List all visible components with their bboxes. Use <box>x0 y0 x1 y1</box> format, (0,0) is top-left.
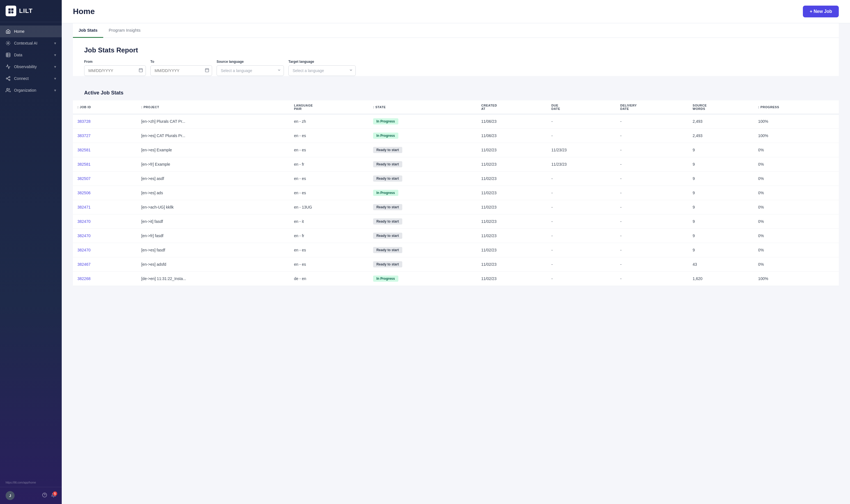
cell-job-id: 382470 <box>73 229 137 243</box>
cell-due-date: - <box>547 129 616 143</box>
cell-due-date: - <box>547 172 616 186</box>
cell-progress: 0% <box>754 143 839 157</box>
table-row: 382507 [en->es] asdf en - es Ready to st… <box>73 172 839 186</box>
job-id-link[interactable]: 382470 <box>77 248 91 252</box>
col-language-pair[interactable]: LANGUAGEPAIR <box>290 100 369 114</box>
cell-source-words: 9 <box>688 172 754 186</box>
job-id-link[interactable]: 383727 <box>77 133 91 138</box>
cell-lang-pair: en - fr <box>290 229 369 243</box>
cell-state: Ready to start <box>369 157 477 172</box>
cell-progress: 100% <box>754 272 839 286</box>
svg-rect-5 <box>6 53 10 57</box>
svg-line-10 <box>7 77 9 78</box>
cell-delivery-date: - <box>616 272 688 286</box>
job-id-link[interactable]: 382268 <box>77 276 91 281</box>
active-stats-title: Active Job Stats <box>73 84 839 100</box>
cell-lang-pair: en - es <box>290 143 369 157</box>
job-id-link[interactable]: 382467 <box>77 262 91 267</box>
to-date-input[interactable] <box>150 65 212 76</box>
job-id-link[interactable]: 382470 <box>77 219 91 224</box>
to-input-wrap <box>150 65 212 76</box>
help-icon-wrap[interactable] <box>42 492 47 499</box>
cell-state: Ready to start <box>369 229 477 243</box>
sidebar-item-home[interactable]: Home <box>0 25 62 37</box>
new-job-button[interactable]: + New Job <box>803 6 839 17</box>
state-badge: In Progress <box>373 118 398 124</box>
state-badge: In Progress <box>373 132 398 139</box>
cell-delivery-date: - <box>616 114 688 129</box>
sidebar-item-data[interactable]: Data ▾ <box>0 49 62 61</box>
cell-created-at: 11/02/23 <box>476 172 547 186</box>
cell-delivery-date: - <box>616 243 688 257</box>
logo-text: LILT <box>19 7 33 15</box>
source-language-select[interactable]: Select a language <box>216 65 284 76</box>
table-row: 382581 [en->fr] Example en - fr Ready to… <box>73 157 839 172</box>
job-id-link[interactable]: 382470 <box>77 234 91 238</box>
chevron-down-icon: ▾ <box>54 41 56 46</box>
job-id-link[interactable]: 382507 <box>77 176 91 181</box>
from-filter: From <box>84 60 146 76</box>
cell-source-words: 2,493 <box>688 129 754 143</box>
state-badge: Ready to start <box>373 204 402 210</box>
from-label: From <box>84 60 146 64</box>
col-job-id[interactable]: : JOB ID <box>73 100 137 114</box>
target-language-input-wrap: Select a language <box>289 65 356 76</box>
job-id-link[interactable]: 382581 <box>77 148 91 152</box>
sidebar-item-data-label: Data <box>14 53 22 57</box>
table-row: 383728 [en->zh] Plurals CAT Pr... en - z… <box>73 114 839 129</box>
cell-lang-pair: en - es <box>290 129 369 143</box>
sidebar-bottom: J 5 <box>0 487 62 504</box>
notifications-icon-wrap[interactable]: 5 <box>51 492 56 499</box>
sidebar-nav: Home Contextual AI ▾ Data ▾ Observabilit… <box>0 22 62 480</box>
cell-due-date: - <box>547 272 616 286</box>
sidebar-item-organization[interactable]: Organization ▾ <box>0 84 62 96</box>
cell-state: Ready to start <box>369 243 477 257</box>
sidebar-item-observability[interactable]: Observability ▾ <box>0 61 62 73</box>
sidebar-item-connect[interactable]: Connect ▾ <box>0 73 62 84</box>
sidebar-item-contextual-ai[interactable]: Contextual AI ▾ <box>0 37 62 49</box>
job-id-link[interactable]: 382581 <box>77 162 91 166</box>
svg-point-4 <box>7 42 9 44</box>
cell-delivery-date: - <box>616 200 688 214</box>
cell-job-id: 382471 <box>73 200 137 214</box>
from-date-input[interactable] <box>84 65 146 76</box>
cell-project: [en->es] Example <box>137 143 289 157</box>
sidebar-item-organization-label: Organization <box>14 88 36 92</box>
cell-lang-pair: en - es <box>290 257 369 272</box>
tab-job-stats[interactable]: Job Stats <box>73 23 103 38</box>
page-title: Home <box>73 7 95 16</box>
job-id-link[interactable]: 382471 <box>77 205 91 210</box>
cell-project: [en->ach-UG] kkllk <box>137 200 289 214</box>
svg-point-6 <box>9 76 10 78</box>
cell-progress: 0% <box>754 172 839 186</box>
col-progress[interactable]: : PROGRESS <box>754 100 839 114</box>
cell-project: [en->es] asdf <box>137 172 289 186</box>
col-created-at[interactable]: CREATEDAT <box>476 100 547 114</box>
job-id-link[interactable]: 382506 <box>77 191 91 195</box>
cell-delivery-date: - <box>616 186 688 200</box>
col-delivery-date[interactable]: DELIVERYDATE <box>616 100 688 114</box>
cell-project: [en->fr] Example <box>137 157 289 172</box>
cell-state: In Progress <box>369 114 477 129</box>
tab-program-insights[interactable]: Program Insights <box>103 23 146 38</box>
cell-job-id: 382470 <box>73 243 137 257</box>
cell-source-words: 43 <box>688 257 754 272</box>
target-language-select[interactable]: Select a language <box>289 65 356 76</box>
state-badge: Ready to start <box>373 176 402 182</box>
col-source-words[interactable]: SOURCEWORDS <box>688 100 754 114</box>
to-filter: To <box>150 60 212 76</box>
cell-progress: 0% <box>754 214 839 229</box>
job-id-link[interactable]: 383728 <box>77 119 91 124</box>
cell-lang-pair: de - en <box>290 272 369 286</box>
cell-due-date: - <box>547 114 616 129</box>
table-row: 382506 [en->es] ads en - es In Progress … <box>73 186 839 200</box>
cell-progress: 0% <box>754 186 839 200</box>
col-project[interactable]: : PROJECT <box>137 100 289 114</box>
chevron-down-icon <box>277 68 281 73</box>
state-badge: Ready to start <box>373 247 402 253</box>
state-badge: Ready to start <box>373 218 402 224</box>
col-state[interactable]: : STATE <box>369 100 477 114</box>
col-due-date[interactable]: DUEDATE <box>547 100 616 114</box>
svg-rect-1 <box>11 8 14 11</box>
cell-source-words: 9 <box>688 243 754 257</box>
